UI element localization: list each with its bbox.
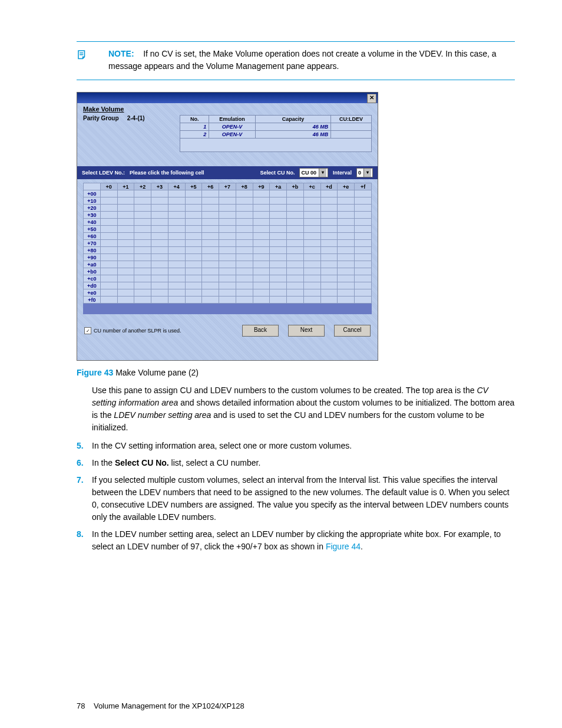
ldev-select-bar: Select LDEV No.: Please click the follow…: [77, 166, 378, 179]
note-icon: [77, 48, 93, 73]
chevron-down-icon: ▾: [319, 169, 326, 177]
cancel-button[interactable]: Cancel: [334, 325, 371, 337]
grid-footer-bar: [83, 304, 372, 314]
table-row[interactable]: 2 OPEN-V 46 MB: [180, 131, 372, 139]
hint-text: Please click the following cell: [130, 170, 204, 176]
col-emu: Emulation: [209, 116, 256, 123]
table-row[interactable]: 1 OPEN-V 46 MB: [180, 123, 372, 131]
col-no: No.: [180, 116, 209, 123]
page-footer: 78 Volume Management for the XP1024/XP12…: [77, 701, 244, 710]
list-item: 7. If you selected multiple custom volum…: [77, 474, 515, 523]
interval-label: Interval: [333, 170, 352, 176]
chevron-down-icon: ▾: [363, 169, 371, 177]
interval-dropdown[interactable]: 0▾: [356, 168, 373, 177]
ldev-grid[interactable]: +0+1+2+3+4+5+6+7+8+9+a+b+c+d+e+f+00+10+2…: [83, 183, 372, 304]
intro-paragraph: Use this pane to assign CU and LDEV numb…: [92, 384, 515, 434]
slpr-label: CU number of another SLPR is used.: [94, 328, 181, 334]
note-label: NOTE:: [108, 49, 134, 58]
note-block: NOTE: If no CV is set, the Make Volume o…: [77, 41, 515, 80]
select-cu-label: Select CU No.: [260, 170, 295, 176]
cu-dropdown[interactable]: CU 00▾: [299, 168, 328, 177]
col-cap: Capacity: [255, 116, 330, 123]
col-culdev: CU:LDEV: [331, 116, 372, 123]
slpr-checkbox[interactable]: ✓: [84, 327, 91, 334]
next-button[interactable]: Next: [288, 325, 325, 337]
screenshot-figure: ✕ Make Volume Parity Group 2-4-(1) No. E…: [77, 92, 515, 361]
window-titlebar: ✕: [77, 93, 378, 103]
figure-caption: Figure 43 Make Volume pane (2): [77, 368, 515, 377]
window-title: Make Volume: [77, 103, 378, 114]
note-text: If no CV is set, the Make Volume operati…: [108, 49, 497, 71]
select-ldev-label: Select LDEV No.:: [82, 170, 125, 176]
close-icon[interactable]: ✕: [367, 94, 376, 103]
make-volume-window: ✕ Make Volume Parity Group 2-4-(1) No. E…: [77, 92, 378, 361]
back-button[interactable]: Back: [242, 325, 279, 337]
parity-group-value: 2-4-(1): [127, 115, 168, 121]
list-item: 5. In the CV setting information area, s…: [77, 440, 515, 452]
list-item: 6. In the Select CU No. list, select a C…: [77, 457, 515, 469]
list-item: 8. In the LDEV number setting area, sele…: [77, 528, 515, 553]
parity-group-label: Parity Group: [83, 115, 127, 121]
step-list: 5. In the CV setting information area, s…: [77, 440, 515, 553]
volume-table[interactable]: No. Emulation Capacity CU:LDEV 1 OPEN-V …: [180, 115, 372, 152]
figure-link[interactable]: Figure 44: [326, 542, 361, 551]
